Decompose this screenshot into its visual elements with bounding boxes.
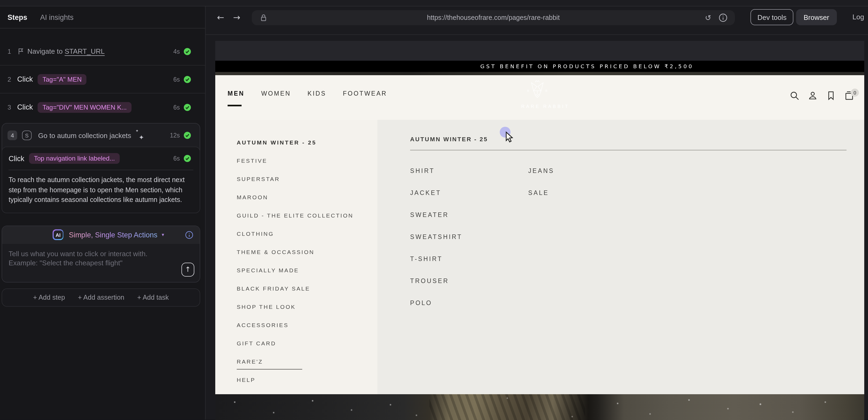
cart-count-badge: 0 (851, 89, 859, 97)
page-dim-band (215, 41, 864, 61)
snow-speckles (215, 394, 864, 420)
url-bar[interactable]: https://thehouseofrare.com/pages/rare-ra… (252, 10, 735, 25)
menu-item-help[interactable]: HELP (237, 370, 377, 389)
s-badge-icon: S (22, 130, 32, 140)
info-icon[interactable] (185, 231, 193, 239)
subitem-jacket[interactable]: JACKET (410, 182, 528, 204)
refresh-icon[interactable]: ↺ (705, 10, 711, 25)
page-info-icon[interactable] (719, 13, 727, 22)
nav-item-women[interactable]: WOMEN (261, 90, 291, 97)
menu-item-shop-the-look[interactable]: SHOP THE LOOK (237, 298, 377, 316)
back-button[interactable]: ← (214, 10, 227, 25)
nav-item-kids[interactable]: KIDS (308, 90, 327, 97)
mouse-cursor (504, 131, 515, 143)
success-check-icon (184, 131, 191, 139)
step-action: Click (8, 154, 24, 162)
subitem-jeans[interactable]: JEANS (528, 160, 646, 182)
success-check-icon (184, 48, 191, 55)
ai-input-placeholder: Tell us what you want to click or intera… (8, 249, 169, 268)
account-icon[interactable] (807, 90, 818, 101)
subitem-sweatshirt[interactable]: SWEATSHIRT (410, 226, 528, 248)
step-row-click-div[interactable]: 3 Click Tag="DIV" MEN WOMEN K... 6s (0, 93, 205, 121)
svg-text:R: R (546, 89, 547, 92)
step-card-goto-jackets: 4 S Go to autum collection jackets ✦✦ 12… (2, 123, 200, 213)
window-topbar (0, 0, 868, 6)
nav-item-men[interactable]: MEN (227, 90, 245, 97)
subpanel-columns: SHIRT JACKET SWEATER SWEATSHIRT T-SHIRT … (410, 160, 846, 314)
subpanel-divider (410, 150, 846, 150)
menu-item-maroon[interactable]: MAROON (237, 188, 377, 206)
chevron-down-icon[interactable]: ▾ (162, 232, 164, 237)
website-page: GST BENEFIT ON PRODUCTS PRICED BELOW ₹2,… (215, 41, 864, 420)
subitem-sweater[interactable]: SWEATER (410, 204, 528, 226)
forward-button[interactable]: → (230, 10, 243, 25)
add-assertion-button[interactable]: + Add assertion (78, 294, 124, 301)
menu-item-autumn-winter[interactable]: AUTUMN WINTER - 25 (237, 133, 377, 151)
subitem-shirt[interactable]: SHIRT (410, 160, 528, 182)
step-action: Navigate to (27, 47, 63, 55)
steps-list: 1 Navigate to START_URL 4s (0, 28, 205, 213)
subitem-sale[interactable]: SALE (528, 182, 646, 204)
menu-item-accessories[interactable]: ACCESSORIES (237, 316, 377, 334)
cart-icon[interactable]: 0 (844, 90, 855, 101)
svg-text:R: R (527, 89, 529, 92)
menu-item-rarez[interactable]: RARE'Z (237, 352, 377, 370)
step-action: Click (17, 75, 33, 83)
app-root: Steps AI insights 1 Navigate to START_UR… (0, 0, 868, 420)
browser-panel: ← → https://thehouseofrare.com/pages/rar… (205, 6, 868, 419)
add-task-button[interactable]: + Add task (137, 294, 168, 301)
log-tab-button[interactable]: Log (852, 10, 864, 24)
ai-badge-icon: AI (53, 229, 63, 240)
ai-panel-header[interactable]: AI Simple, Single Step Actions ▾ (2, 226, 200, 244)
step-number-badge: 4 (7, 130, 17, 140)
subitem-tshirt[interactable]: T-SHIRT (410, 248, 528, 270)
hero-image-edge (215, 72, 864, 75)
lock-icon (259, 13, 268, 22)
wishlist-bookmark-icon[interactable] (826, 90, 836, 101)
step-action: Go to autum collection jackets (38, 131, 131, 139)
menu-item-clothing[interactable]: CLOTHING (237, 224, 377, 243)
menu-item-superstar[interactable]: SUPERSTAR (237, 170, 377, 188)
success-check-icon (184, 103, 191, 111)
mega-menu-categories: AUTUMN WINTER - 25 FESTIVE SUPERSTAR MAR… (215, 120, 377, 394)
url-text: https://thehouseofrare.com/pages/rare-ra… (252, 10, 735, 25)
selector-pill: Top navigation link labeled... (29, 153, 120, 164)
dev-tools-button[interactable]: Dev tools (750, 9, 794, 25)
step-row-navigate[interactable]: 1 Navigate to START_URL 4s (0, 38, 205, 65)
ai-action-panel: AI Simple, Single Step Actions ▾ Tell us… (2, 225, 200, 282)
subpanel-column-1: SHIRT JACKET SWEATER SWEATSHIRT T-SHIRT … (410, 160, 528, 314)
mega-menu: AUTUMN WINTER - 25 FESTIVE SUPERSTAR MAR… (215, 120, 864, 394)
header-icons: 0 (789, 90, 855, 101)
subitem-polo[interactable]: POLO (410, 292, 528, 314)
start-url-link[interactable]: START_URL (65, 47, 105, 55)
ai-prompt-input[interactable]: Tell us what you want to click or intera… (2, 244, 200, 282)
search-icon[interactable] (789, 90, 800, 101)
step-row-goto-jackets[interactable]: 4 S Go to autum collection jackets ✦✦ 12… (2, 123, 200, 147)
flag-icon (17, 48, 24, 55)
selector-pill: Tag="A" MEN (38, 74, 87, 85)
step-row-click-men[interactable]: 2 Click Tag="A" MEN 6s (0, 65, 205, 93)
step-duration: 6s (174, 104, 180, 110)
menu-item-black-friday-sale[interactable]: BLACK FRIDAY SALE (237, 279, 377, 298)
menu-item-guild[interactable]: GUILD - THE ELITE COLLECTION (237, 206, 377, 224)
menu-item-specially-made[interactable]: SPECIALLY MADE (237, 261, 377, 279)
sidebar-tabs: Steps AI insights (0, 6, 205, 28)
step-row-click-topnav[interactable]: Click Top navigation link labeled... 6s (2, 147, 200, 170)
success-check-icon (184, 76, 191, 83)
tab-ai-insights[interactable]: AI insights (40, 13, 74, 21)
submit-prompt-button[interactable]: ↑ (181, 262, 194, 276)
tab-steps[interactable]: Steps (7, 13, 27, 21)
step-duration: 6s (174, 155, 180, 162)
step-duration: 4s (174, 48, 180, 55)
site-logo[interactable]: R R RARE RABBIT (521, 80, 553, 109)
menu-item-gift-card[interactable]: GIFT CARD (237, 334, 377, 352)
browser-tab-button[interactable]: Browser (796, 9, 837, 25)
ai-mode-title: Simple, Single Step Actions (69, 231, 157, 239)
menu-item-festive[interactable]: FESTIVE (237, 151, 377, 170)
steps-sidebar: Steps AI insights 1 Navigate to START_UR… (0, 6, 205, 419)
mega-menu-subpanel: AUTUMN WINTER - 25 SHIRT JACKET SWEATER … (377, 120, 864, 394)
add-step-button[interactable]: + Add step (33, 294, 65, 301)
menu-item-theme-occassion[interactable]: THEME & OCCASSION (237, 243, 377, 261)
nav-item-footwear[interactable]: FOOTWEAR (343, 90, 387, 97)
subitem-trouser[interactable]: TROUSER (410, 270, 528, 292)
